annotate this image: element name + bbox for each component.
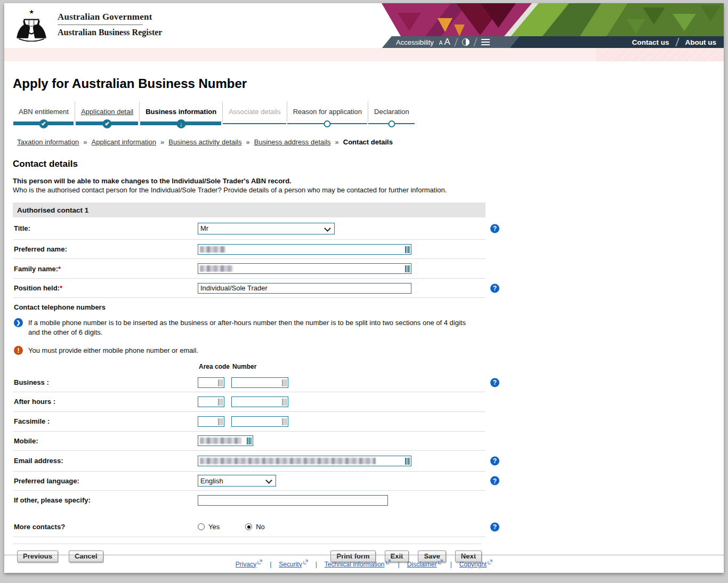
tab-abn-entitlement[interactable]: ABN entitlement ✔: [13, 102, 75, 122]
disclaimer-link[interactable]: Disclaimer: [407, 561, 443, 568]
info-chevron-icon: ❯: [14, 318, 23, 327]
help-icon[interactable]: ?: [490, 522, 499, 531]
contrast-toggle-icon[interactable]: [462, 38, 470, 46]
mobile-label: Mobile:: [13, 437, 198, 445]
position-held-label: Position held:: [14, 284, 60, 292]
technical-information-link[interactable]: Technical information: [325, 561, 391, 568]
page: ★ Australian Government Australian Busin…: [4, 3, 724, 573]
preferred-language-row: Preferred language: English ?: [13, 472, 486, 491]
autofill-icon: [405, 458, 410, 465]
font-decrease-icon[interactable]: A: [439, 40, 443, 46]
accessibility-link[interactable]: Accessibility: [396, 38, 434, 46]
tab-reason-for-application[interactable]: Reason for application: [287, 102, 368, 122]
font-increase-icon[interactable]: A: [444, 37, 450, 47]
phone-column-headers: Area code Number: [199, 363, 486, 370]
more-contacts-no-option[interactable]: No: [245, 523, 265, 531]
register-title: Australian Business Register: [58, 28, 162, 37]
gov-title: Australian Government: [58, 12, 162, 22]
help-icon[interactable]: ?: [490, 476, 499, 485]
government-logo[interactable]: ★ Australian Government Australian Busin…: [13, 7, 162, 42]
redacted-value: [200, 458, 376, 464]
family-name-label: Family name:: [14, 265, 58, 273]
position-held-input[interactable]: [198, 283, 411, 294]
radio-yes[interactable]: [198, 523, 205, 530]
facsimile-phone-row: Facsimile :: [13, 412, 486, 432]
facsimile-number-input[interactable]: [231, 416, 288, 427]
separator: [675, 38, 680, 46]
help-icon[interactable]: ?: [490, 284, 499, 293]
external-link-icon: [303, 560, 308, 564]
autofill-icon: [282, 399, 287, 406]
copyright-link[interactable]: Copyright: [459, 561, 492, 568]
business-number-input[interactable]: [231, 377, 288, 388]
other-language-input[interactable]: [198, 495, 388, 506]
site-footer: Privacy | Security | Technical informati…: [4, 555, 724, 573]
required-marker: *: [60, 284, 62, 292]
help-icon[interactable]: ?: [490, 456, 499, 465]
external-link-icon: [438, 560, 443, 564]
title-row: Title: Mr ?: [13, 217, 486, 240]
contact-form: Title: Mr ? Preferred name: Family name:…: [13, 217, 486, 537]
autofill-icon: [218, 399, 223, 406]
phone-section-heading: Contact telephone numbers: [14, 303, 486, 311]
main-content: Apply for Australian Business Number ABN…: [4, 76, 724, 562]
title-select[interactable]: Mr: [198, 223, 335, 234]
autofill-icon: [218, 379, 223, 386]
preferred-name-label: Preferred name:: [13, 245, 198, 253]
privacy-link[interactable]: Privacy: [236, 561, 262, 568]
after-hours-number-input[interactable]: [231, 396, 288, 407]
radio-no[interactable]: [245, 523, 252, 530]
arrow-down-icon: ↓: [176, 119, 185, 128]
autofill-icon: [405, 246, 410, 253]
number-header: Number: [232, 363, 256, 370]
warning-note: ! You must provide either mobile phone n…: [14, 345, 472, 355]
banner-graphic-icon: [376, 3, 724, 36]
accessibility-controls: Accessibility A A: [382, 36, 520, 48]
check-icon: ✔: [39, 119, 48, 128]
tab-declaration[interactable]: Declaration: [368, 102, 415, 122]
menu-icon[interactable]: [481, 39, 490, 45]
tab-business-information[interactable]: Business information ↓: [139, 102, 222, 122]
autofill-icon: [247, 438, 252, 444]
email-label: Email address:: [13, 457, 198, 465]
required-marker: *: [58, 265, 61, 273]
crumb-business-address-details[interactable]: Business address details: [254, 138, 331, 146]
preferred-name-input[interactable]: [198, 244, 411, 255]
intro-text: Who is the authorised contact person for…: [13, 186, 724, 194]
external-link-icon: [488, 560, 492, 564]
after-hours-phone-row: After hours :: [13, 392, 486, 412]
check-icon: ✔: [103, 119, 112, 128]
page-title: Apply for Australian Business Number: [13, 76, 724, 91]
more-contacts-yes-option[interactable]: Yes: [198, 523, 220, 531]
facsimile-label: Facsimile :: [13, 417, 198, 425]
more-contacts-row: More contacts? Yes No ?: [13, 517, 486, 537]
autofill-icon: [282, 418, 287, 425]
security-link[interactable]: Security: [279, 561, 308, 568]
breadcrumb: Taxation information » Applicant informa…: [13, 138, 724, 146]
autofill-icon: [218, 418, 223, 425]
crumb-contact-details: Contact details: [343, 138, 393, 146]
about-us-link[interactable]: About us: [685, 38, 717, 46]
autofill-icon: [282, 379, 287, 386]
coat-of-arms-icon: ★: [13, 7, 50, 42]
business-phone-row: Business : ?: [13, 374, 486, 392]
decorative-banner: [376, 3, 724, 36]
crumb-business-activity-details[interactable]: Business activity details: [168, 138, 241, 146]
help-icon[interactable]: ?: [490, 224, 499, 233]
other-language-row: If other, please specify:: [13, 491, 486, 510]
empty-step-icon: [324, 120, 331, 127]
more-contacts-label: More contacts?: [13, 523, 198, 531]
tab-application-detail[interactable]: Application detail ✔: [75, 102, 139, 122]
contact-us-link[interactable]: Contact us: [632, 38, 669, 46]
tab-associate-details: Associate details: [222, 102, 287, 122]
help-icon[interactable]: ?: [490, 378, 499, 387]
mobile-row: Mobile:: [13, 432, 486, 451]
pink-banner-strip: [4, 48, 724, 61]
svg-text:★: ★: [29, 9, 34, 15]
crumb-taxation-information[interactable]: Taxation information: [17, 138, 79, 146]
group-heading-bar: Authorised contact 1: [13, 203, 486, 217]
font-size-controls[interactable]: A A: [439, 37, 450, 47]
crumb-applicant-information[interactable]: Applicant information: [92, 138, 156, 146]
external-link-icon: [257, 560, 262, 564]
preferred-language-select[interactable]: English: [198, 475, 276, 487]
